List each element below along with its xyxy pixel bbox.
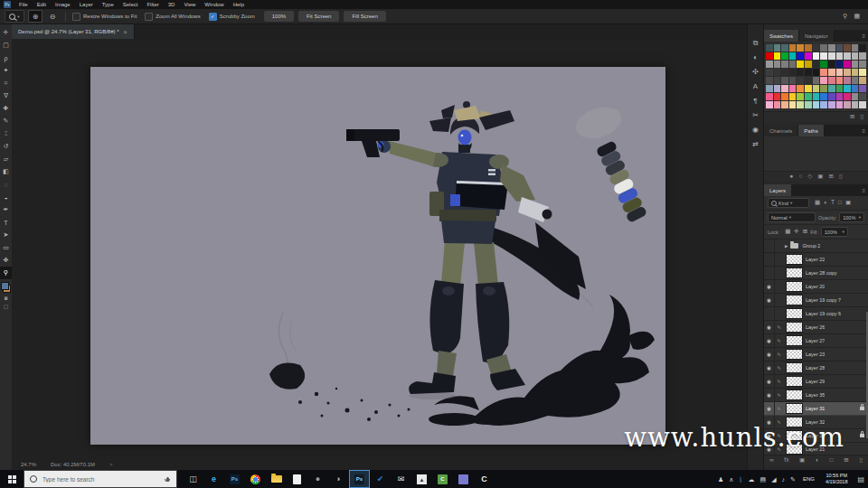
chevron-up-icon[interactable]: ∧	[729, 476, 733, 483]
visibility-toggle[interactable]	[764, 307, 775, 320]
layer-row[interactable]: ◉✎Layer 35	[764, 389, 868, 402]
swatch[interactable]	[774, 69, 781, 76]
checkbox-resize-windows-to-fit[interactable]: Resize Windows to Fit	[72, 13, 137, 21]
new-group-icon[interactable]: □	[830, 457, 834, 464]
menu-edit[interactable]: Edit	[33, 0, 51, 9]
layer-row[interactable]: ◉✎Layer 31	[764, 402, 868, 416]
button-fit-screen[interactable]: Fit Screen	[298, 11, 339, 22]
swatch[interactable]	[774, 44, 781, 52]
delete-path-icon[interactable]: ▯	[839, 174, 843, 180]
swatch[interactable]	[852, 77, 859, 84]
menu-window[interactable]: Window	[200, 0, 228, 9]
zoom-level[interactable]: 24.7%	[21, 462, 36, 467]
zoom-tool[interactable]: ⚲	[0, 267, 12, 279]
clock[interactable]: 10:56 PM 4/19/2018	[826, 473, 847, 485]
swatch[interactable]	[781, 44, 788, 52]
swatch[interactable]	[781, 69, 788, 76]
swatch[interactable]	[813, 69, 820, 76]
visibility-toggle[interactable]: ◉	[764, 402, 775, 415]
swatch[interactable]	[828, 44, 835, 52]
swatch[interactable]	[828, 61, 835, 68]
swatch[interactable]	[852, 44, 859, 52]
document-tab[interactable]: Demo.psd @ 24.7% (Layer 31, RGB/8#) * ×	[12, 24, 135, 39]
histogram-panel-icon[interactable]: ◉	[749, 124, 762, 136]
swatch[interactable]	[844, 85, 851, 92]
swatch[interactable]	[836, 93, 844, 100]
layer-row[interactable]: ◉Layer 19 copy 7	[764, 294, 868, 307]
swatch[interactable]	[766, 61, 773, 68]
swatch[interactable]	[820, 69, 827, 76]
search-icon[interactable]: ⚲	[843, 13, 847, 20]
swatch[interactable]	[805, 44, 812, 52]
lock-artboard-icon[interactable]: ⊞	[803, 229, 807, 235]
swatch[interactable]	[789, 77, 797, 84]
visibility-toggle[interactable]: ◉	[764, 334, 775, 347]
visibility-toggle[interactable]: ◉	[764, 389, 775, 401]
layer-row[interactable]: ◉✎Layer 26	[764, 321, 868, 334]
search-input[interactable]	[41, 475, 163, 483]
visibility-toggle[interactable]	[764, 253, 775, 266]
eyedropper-tool[interactable]: ∇	[0, 89, 12, 102]
swatch[interactable]	[797, 69, 804, 76]
task-view-button[interactable]: ◫	[183, 470, 203, 488]
swatch[interactable]	[820, 52, 827, 60]
swatch[interactable]	[766, 69, 773, 76]
photos-app[interactable]: ▲	[411, 470, 432, 488]
swatch[interactable]	[859, 52, 866, 60]
swatch[interactable]	[805, 85, 812, 92]
visibility-toggle[interactable]	[764, 267, 775, 279]
swatch[interactable]	[859, 85, 866, 92]
filter-adjustment-icon[interactable]: ◐	[824, 200, 827, 206]
history-brush-tool[interactable]: ↺	[0, 140, 12, 153]
swatch[interactable]	[844, 61, 851, 68]
menu-image[interactable]: Image	[51, 0, 75, 9]
checkbox-scrubby-zoom[interactable]: ✓Scrubby Zoom	[209, 13, 255, 21]
swatch[interactable]	[774, 85, 781, 92]
swatch[interactable]	[813, 101, 820, 108]
app-gray-2[interactable]: ◗	[328, 470, 349, 488]
swatch[interactable]	[836, 101, 844, 108]
visibility-toggle[interactable]: ◉	[764, 361, 775, 374]
lasso-tool[interactable]: ρ	[0, 52, 12, 64]
start-button[interactable]	[0, 470, 24, 488]
swatch[interactable]	[820, 77, 827, 84]
swatch[interactable]	[805, 69, 812, 76]
gradient-tool[interactable]: ◧	[0, 165, 12, 178]
swatch[interactable]	[852, 52, 859, 60]
menu-help[interactable]: Help	[229, 0, 249, 9]
filter-type-icon[interactable]: T	[831, 200, 835, 206]
layer-row[interactable]: Layer 22	[764, 253, 868, 267]
swatch[interactable]	[852, 61, 859, 68]
blur-tool[interactable]: ◌	[0, 178, 12, 191]
swatch[interactable]	[844, 69, 851, 76]
canvas-document[interactable]	[90, 67, 665, 445]
swatch[interactable]	[766, 101, 773, 108]
tab-paths[interactable]: Paths	[798, 125, 824, 136]
language-indicator[interactable]: ENG	[803, 476, 815, 482]
document-app[interactable]	[287, 470, 307, 488]
path-selection-icon[interactable]: ◇	[807, 174, 812, 180]
brush-tool[interactable]: ✎	[0, 115, 12, 127]
pen-tray-icon[interactable]: ✎	[790, 476, 796, 483]
swatch[interactable]	[805, 77, 812, 84]
swatch[interactable]	[766, 52, 773, 60]
app-gray-1[interactable]: ●	[307, 470, 328, 488]
layer-thumbnail[interactable]	[786, 254, 803, 265]
libraries-panel-icon[interactable]: ⧉	[749, 37, 762, 49]
marquee-tool[interactable]: ▢	[0, 39, 12, 52]
panel-menu-icon[interactable]: ≡	[859, 30, 868, 42]
link-layers-icon[interactable]: ∞	[769, 457, 774, 464]
swatch[interactable]	[859, 44, 866, 52]
menu-file[interactable]: File	[14, 0, 33, 9]
bluetooth-icon[interactable]: ᛒ	[739, 476, 742, 483]
swatch[interactable]	[766, 93, 773, 100]
current-tool-icon[interactable]: ▾	[5, 10, 24, 23]
swatch[interactable]	[828, 52, 835, 60]
app-purple[interactable]	[453, 470, 474, 488]
swatch[interactable]	[774, 77, 781, 84]
swatch[interactable]	[836, 61, 844, 68]
swatch[interactable]	[797, 52, 804, 60]
swatch[interactable]	[859, 69, 866, 76]
layer-row[interactable]: ◉✎Layer 28	[764, 361, 868, 375]
swatch[interactable]	[828, 101, 835, 108]
